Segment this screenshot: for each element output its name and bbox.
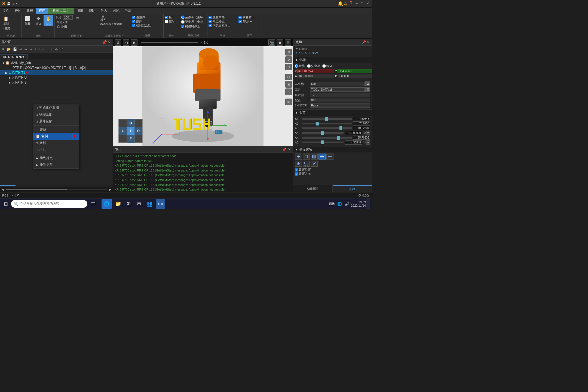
info-panel-checkbox[interactable]	[209, 24, 212, 27]
menu-import[interactable]: 导入	[98, 8, 110, 14]
a4-btn[interactable]: ▼	[366, 131, 370, 135]
ctx-goto-end[interactable]: ▶ 跑到尾头	[33, 161, 79, 168]
restore-window-checkbox[interactable]	[238, 16, 242, 19]
approach-select[interactable]: +Z	[310, 93, 370, 97]
playback-bar[interactable]	[141, 42, 198, 43]
ws-up-icon[interactable]: ↑	[38, 47, 41, 51]
compass-left[interactable]: L	[119, 127, 127, 135]
parent-radio[interactable]	[307, 64, 311, 68]
a3-value[interactable]	[353, 126, 370, 130]
y-input[interactable]	[338, 69, 372, 73]
menu-file[interactable]: 文件	[0, 8, 12, 14]
start-capture-button[interactable]: 始终捕捉	[56, 24, 68, 29]
ctx-delete[interactable]: ✕ 删除	[33, 126, 79, 133]
delete-button[interactable]: ✕ 删除	[1, 26, 12, 31]
right-pin-icon[interactable]: 📌	[362, 40, 366, 44]
a5-value[interactable]	[353, 136, 370, 140]
menu-vrc[interactable]: VRC	[110, 8, 122, 14]
ctx-goto-start[interactable]: ▶ 跑到起点	[33, 155, 79, 161]
tree-path-u[interactable]: ▶ △ PATH U	[0, 75, 113, 80]
jog-button[interactable]: ✋ 点动	[44, 15, 53, 26]
network-icon[interactable]: 🌐	[336, 201, 343, 207]
zoom-in-icon[interactable]: ⊕	[285, 56, 292, 63]
snap-coord-btn[interactable]	[326, 154, 333, 160]
robot-tab[interactable]: KR 6 R700 sixx	[0, 54, 27, 59]
a6-value[interactable]	[345, 140, 362, 145]
body-coord-label[interactable]: 物体	[322, 64, 332, 68]
right-close-icon[interactable]: ✕	[367, 40, 370, 44]
auto-size-button[interactable]: 自动尺寸	[56, 20, 68, 24]
fit-icon[interactable]: ⊡	[285, 49, 292, 56]
ws-new-icon[interactable]: ⊕	[1, 47, 5, 51]
select-button[interactable]: ⬜ 选择	[23, 15, 33, 26]
track-checkbox[interactable]	[132, 20, 135, 23]
set-direction-checkbox[interactable]	[295, 172, 298, 176]
minimize-button[interactable]: ─	[354, 1, 359, 5]
a6-btn[interactable]: ▼	[366, 140, 370, 145]
tree-ptp[interactable]: → PTP P1 CONT Vel=100% PDATP1 Tool[1] Ba…	[0, 65, 113, 70]
world-radio[interactable]	[295, 64, 298, 68]
task-view-btn[interactable]: 🗔	[88, 199, 98, 209]
snap-face-small-btn[interactable]	[303, 154, 310, 160]
menu-model[interactable]: 建模	[24, 8, 36, 14]
vp-play-btn[interactable]: ▶	[131, 39, 137, 46]
tree-main-job[interactable]: ▼ 📋 MAIN My_Job	[0, 60, 113, 65]
a2-value[interactable]	[353, 121, 370, 125]
limit-stop-checkbox[interactable]	[209, 20, 212, 23]
base-select[interactable]: Null	[310, 82, 365, 86]
zoom-out-icon[interactable]: ⊖	[285, 64, 292, 70]
viewport-compass[interactable]: B L T R F	[118, 119, 143, 143]
a1-value[interactable]	[353, 117, 370, 121]
mail-btn[interactable]: ✉	[135, 199, 143, 209]
snap-face-btn[interactable]	[311, 154, 318, 160]
scroll-track[interactable]	[6, 189, 107, 190]
pin-icon[interactable]: 📌	[102, 40, 107, 44]
compass-bl[interactable]	[119, 135, 127, 143]
view-mode-icon[interactable]: ⬡	[285, 74, 292, 80]
taskbar-search-box[interactable]: 🔍 在这里输入你要搜索的内容	[11, 200, 87, 208]
jog-tab[interactable]: 点动	[333, 185, 372, 192]
body-radio[interactable]	[322, 64, 326, 68]
ctx-copy-active[interactable]: 📋 复制	[33, 133, 79, 140]
move-robot-world-button[interactable]: 移动机器人世界框	[99, 22, 123, 26]
vp-screenshot-btn[interactable]: 📷	[268, 39, 275, 46]
compass-tr[interactable]	[134, 119, 142, 127]
close-panel-icon[interactable]: ✕	[108, 40, 111, 44]
world-coord-label[interactable]: 世界	[295, 64, 305, 68]
compass-bottom[interactable]: F	[127, 135, 135, 143]
menu-program[interactable]: 程序	[36, 8, 48, 14]
signal-checkbox[interactable]	[165, 20, 168, 23]
vp-expand-btn[interactable]: ⊞	[285, 39, 291, 46]
compass-right[interactable]: R	[134, 127, 142, 135]
help-icon[interactable]: 🔔	[338, 1, 343, 6]
scroll-right-btn[interactable]: ▶	[107, 188, 113, 191]
edge-browser-btn[interactable]: 🌐	[102, 199, 112, 209]
ctx-init[interactable]: □ 初始化作业图	[33, 104, 79, 111]
world-coord2-radio[interactable]: 至世界（坐标）	[181, 20, 206, 24]
a2-slider[interactable]	[302, 123, 352, 124]
ctx-expand[interactable]: □ 展开全部	[33, 118, 79, 125]
parent-coord-label[interactable]: 父坐标	[307, 64, 320, 68]
copy-button[interactable]: 📋 复制	[1, 15, 11, 26]
snap-midpoint-btn[interactable]	[311, 161, 318, 167]
coord-section-header[interactable]: ▼ 坐标	[293, 57, 372, 63]
size-input[interactable]	[63, 15, 73, 20]
base-gear[interactable]: ⚙	[365, 81, 370, 86]
a4-slider[interactable]	[302, 132, 344, 134]
x-input[interactable]	[297, 69, 334, 73]
ws-expand-icon[interactable]: ⇄	[59, 47, 64, 51]
menu-start[interactable]: 开始	[12, 8, 24, 14]
ws-open-icon[interactable]: 📂	[6, 47, 12, 51]
a5-slider[interactable]	[302, 137, 352, 139]
display-checkbox[interactable]	[238, 20, 242, 23]
detect-active-checkbox[interactable]	[132, 24, 135, 27]
scroll-left-btn[interactable]: ◀	[0, 188, 6, 191]
tree-path-s[interactable]: ▶ △ PATH S	[0, 80, 113, 85]
a6-slider[interactable]	[302, 142, 344, 143]
sim-app-btn[interactable]: Sim	[156, 199, 165, 209]
people-btn[interactable]: 👥	[144, 199, 155, 209]
snap-section-header[interactable]: ▼ 捕捉选项	[293, 146, 372, 152]
connect-checkbox[interactable]	[132, 16, 135, 19]
ws-down-icon[interactable]: ↓	[34, 47, 37, 51]
store-btn[interactable]: 🛍	[124, 199, 134, 209]
